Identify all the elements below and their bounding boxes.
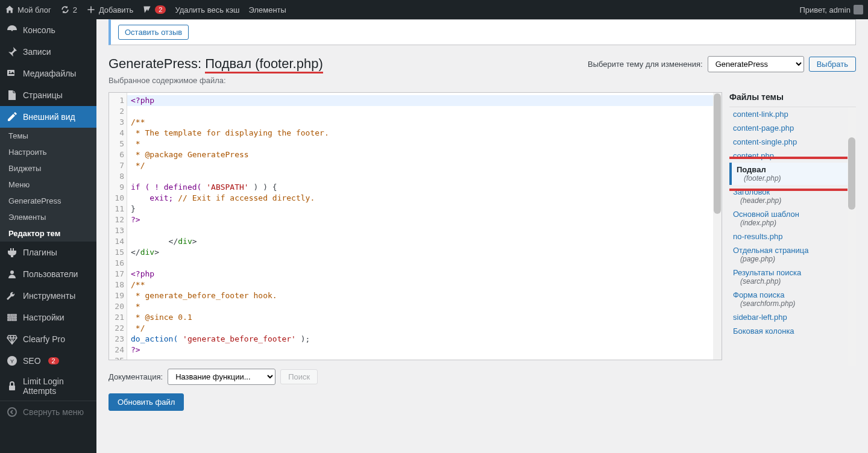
menu-item-seo[interactable]: YSEO2	[0, 350, 96, 372]
avatar-icon	[854, 5, 863, 14]
function-select[interactable]: Название функции...	[168, 369, 275, 385]
plus-icon	[86, 5, 96, 14]
yoast-badge: 2	[155, 5, 166, 14]
menu-item-appearance[interactable]: Внешний вид	[0, 106, 96, 128]
admin-bar: Мой блог 2 Добавить 2 Удалить весь кэш Э…	[0, 0, 868, 19]
submenu-item[interactable]: Редактор тем	[0, 225, 96, 242]
svg-rect-5	[11, 314, 16, 316]
plugin-icon	[6, 246, 18, 258]
svg-rect-4	[8, 314, 10, 316]
appearance-icon	[6, 111, 18, 123]
svg-point-2	[9, 71, 10, 72]
svg-rect-8	[8, 319, 11, 320]
add-new-link[interactable]: Добавить	[86, 5, 133, 14]
file-item[interactable]: Отдельная страница(page.php)	[729, 243, 856, 266]
yoast-icon	[142, 5, 152, 14]
svg-rect-7	[14, 317, 16, 318]
file-item[interactable]: content-link.php	[729, 107, 856, 121]
page-icon	[6, 89, 18, 101]
menu-item-page[interactable]: Страницы	[0, 84, 96, 106]
code-content[interactable]: <?php /** * The template for displaying …	[127, 93, 722, 360]
elements-link[interactable]: Элементы	[248, 5, 286, 14]
site-name-link[interactable]: Мой блог	[5, 5, 51, 14]
yoast-link[interactable]: 2	[142, 5, 166, 14]
lock-icon	[6, 380, 18, 392]
diamond-icon	[6, 333, 18, 345]
file-item[interactable]: content.php	[729, 149, 856, 163]
admin-sidebar: КонсольЗаписиМедиафайлыСтраницыВнешний в…	[0, 19, 96, 453]
documentation-label: Документация:	[108, 372, 163, 381]
select-theme-button[interactable]: Выбрать	[809, 57, 856, 72]
file-content-label: Выбранное содержимое файла:	[108, 76, 856, 85]
menu-item-users[interactable]: Пользователи	[0, 263, 96, 285]
file-item[interactable]: Форма поиска(searchform.php)	[729, 288, 856, 310]
leave-review-link[interactable]: Оставить отзыв	[118, 25, 189, 40]
notice: Оставить отзыв	[108, 19, 856, 45]
menu-item-media[interactable]: Медиафайлы	[0, 63, 96, 84]
seo-icon: Y	[6, 355, 18, 367]
submenu-item[interactable]: Темы	[0, 128, 96, 144]
submenu-item[interactable]: Виджеты	[0, 160, 96, 177]
menu-item-dashboard[interactable]: Консоль	[0, 19, 96, 41]
file-list: content-link.phpcontent-page.phpcontent-…	[729, 107, 856, 366]
home-icon	[5, 5, 14, 14]
menu-item-settings[interactable]: Настройки	[0, 307, 96, 328]
tools-icon	[6, 290, 18, 302]
line-numbers: 1 2 3 4 5 6 7 8 9 10 11 12 13 14 15 16 1…	[109, 93, 127, 360]
updates-link[interactable]: 2	[60, 5, 77, 14]
svg-rect-6	[8, 317, 13, 318]
file-item[interactable]: content-single.php	[729, 135, 856, 149]
page-title: GeneratePress: Подвал (footer.php)	[108, 56, 323, 72]
file-item[interactable]: Заголовок(header.php)	[729, 185, 856, 207]
menu-item-lock[interactable]: Limit Login Attempts	[0, 372, 96, 401]
file-scrollbar[interactable]	[848, 107, 856, 366]
search-button[interactable]: Поиск	[280, 369, 318, 384]
users-icon	[6, 268, 18, 280]
main-content: Оставить отзыв GeneratePress: Подвал (fo…	[96, 19, 868, 453]
update-icon	[60, 5, 70, 14]
settings-icon	[6, 311, 18, 323]
svg-text:Y: Y	[10, 358, 14, 364]
svg-point-13	[8, 408, 16, 416]
menu-badge: 2	[48, 357, 59, 364]
submenu-item[interactable]: GeneratePress	[0, 193, 96, 209]
update-file-button[interactable]: Обновить файл	[108, 393, 184, 411]
file-item[interactable]: no-results.php	[729, 230, 856, 243]
code-scrollbar[interactable]	[713, 93, 722, 360]
theme-files-heading: Файлы темы	[729, 92, 856, 107]
clear-cache-link[interactable]: Удалить весь кэш	[175, 5, 239, 14]
theme-select[interactable]: GeneratePress	[708, 56, 804, 72]
menu-item-tools[interactable]: Инструменты	[0, 285, 96, 307]
collapse-icon	[6, 406, 18, 418]
submenu-item[interactable]: Настроить	[0, 144, 96, 160]
menu-item-pin[interactable]: Записи	[0, 41, 96, 63]
file-item[interactable]: Результаты поиска(search.php)	[729, 266, 856, 288]
media-icon	[6, 67, 18, 80]
file-item[interactable]: sidebar-left.php	[729, 310, 856, 324]
submenu-item[interactable]: Элементы	[0, 209, 96, 225]
file-item[interactable]: Подвал(footer.php)	[729, 163, 856, 185]
file-item[interactable]: content-page.php	[729, 121, 856, 135]
svg-rect-12	[9, 386, 15, 390]
collapse-menu[interactable]: Свернуть меню	[0, 401, 96, 423]
code-editor[interactable]: 1 2 3 4 5 6 7 8 9 10 11 12 13 14 15 16 1…	[108, 92, 722, 360]
dashboard-icon	[6, 24, 18, 36]
svg-point-3	[10, 270, 14, 274]
svg-rect-9	[12, 319, 16, 320]
menu-item-plugin[interactable]: Плагины	[0, 242, 96, 263]
menu-item-diamond[interactable]: Clearfy Pro	[0, 328, 96, 350]
title-highlight: Подвал (footer.php)	[205, 56, 323, 73]
submenu-item[interactable]: Меню	[0, 177, 96, 193]
pin-icon	[6, 46, 18, 58]
site-name: Мой блог	[17, 5, 51, 14]
account-link[interactable]: Привет, admin	[799, 5, 863, 14]
file-item[interactable]: Боковая колонка	[729, 324, 856, 338]
file-item[interactable]: Основной шаблон(index.php)	[729, 207, 856, 230]
theme-select-label: Выберите тему для изменения:	[588, 60, 703, 69]
